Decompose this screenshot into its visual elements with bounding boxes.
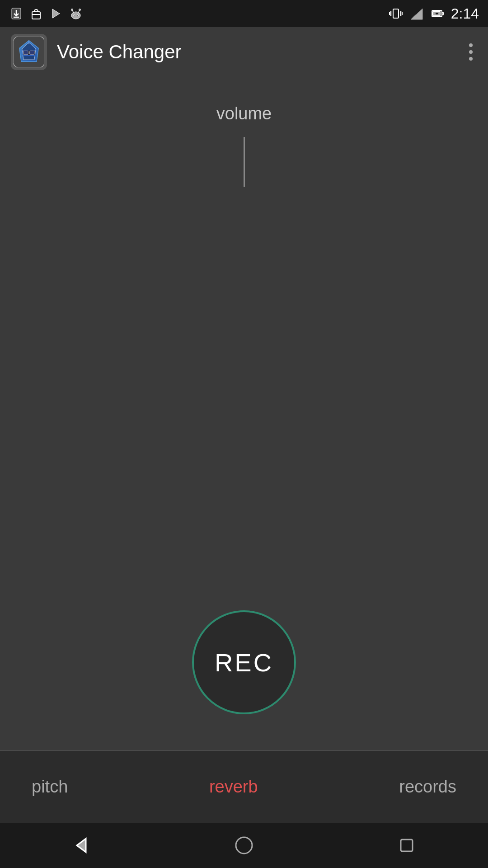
vibrate-icon [389, 6, 403, 21]
svg-marker-5 [52, 9, 60, 18]
rec-label: REC [215, 648, 273, 677]
status-bar-right-icons: 2:14 [389, 5, 479, 22]
tab-pitch[interactable]: pitch [23, 773, 77, 801]
download-icon [9, 6, 23, 21]
nav-bar [0, 823, 488, 868]
svg-point-7 [74, 15, 75, 16]
back-button[interactable] [63, 827, 99, 863]
volume-label: volume [216, 104, 272, 123]
svg-point-33 [236, 837, 252, 854]
svg-rect-34 [401, 840, 413, 851]
svg-rect-30 [30, 51, 34, 55]
volume-line-indicator [244, 137, 245, 187]
svg-point-12 [79, 9, 81, 11]
svg-point-8 [77, 15, 79, 16]
rec-button[interactable]: REC [192, 610, 296, 714]
svg-point-11 [71, 9, 73, 11]
shopping-bag-icon [29, 6, 43, 21]
bottom-tab-bar: pitch reverb records [0, 750, 488, 823]
overflow-dot-1 [469, 43, 473, 47]
signal-icon [409, 6, 424, 21]
main-content: volume REC [0, 77, 488, 750]
app-bar-left: Voice Changer [11, 34, 182, 70]
app-icon [11, 34, 47, 70]
tab-records[interactable]: records [390, 773, 465, 801]
status-bar: 2:14 [0, 0, 488, 27]
app-logo-icon [14, 37, 44, 67]
battery-icon [430, 6, 445, 21]
tab-reverb[interactable]: reverb [200, 773, 267, 801]
rec-button-area: REC [192, 610, 296, 714]
overflow-menu-button[interactable] [465, 39, 477, 65]
svg-rect-3 [32, 12, 40, 19]
svg-rect-13 [393, 9, 399, 18]
svg-rect-21 [442, 12, 443, 15]
home-button[interactable] [226, 827, 262, 863]
status-time: 2:14 [451, 5, 479, 22]
android-icon [69, 6, 83, 21]
svg-point-6 [71, 12, 80, 19]
svg-rect-29 [23, 51, 28, 55]
overflow-dot-2 [469, 50, 473, 54]
play-store-icon [49, 6, 63, 21]
svg-marker-32 [77, 839, 86, 852]
app-title: Voice Changer [57, 41, 182, 63]
status-bar-left-icons [9, 6, 83, 21]
recents-button[interactable] [389, 827, 425, 863]
overflow-dot-3 [469, 57, 473, 61]
app-bar: Voice Changer [0, 27, 488, 77]
